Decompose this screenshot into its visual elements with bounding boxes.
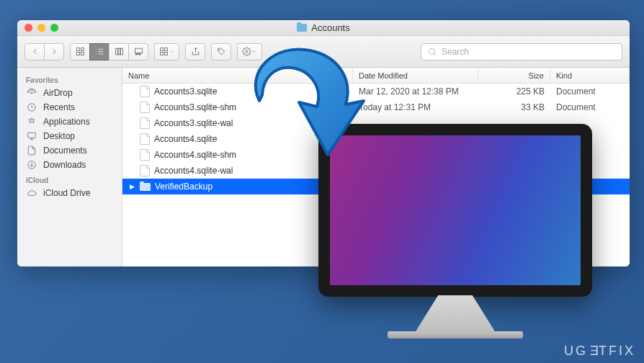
svg-rect-14	[135, 54, 137, 55]
svg-rect-3	[81, 53, 84, 55]
sidebar-item-label: Downloads	[43, 160, 86, 170]
file-icon	[140, 117, 150, 129]
search-input[interactable]: Search	[421, 43, 622, 60]
chevron-left-icon	[30, 47, 40, 56]
file-name: VerifiedBackup	[155, 182, 213, 192]
svg-point-23	[246, 50, 248, 53]
svg-rect-17	[161, 48, 164, 51]
sidebar-item-label: iCloud Drive	[43, 188, 90, 198]
forward-button[interactable]	[44, 43, 64, 60]
chevron-right-icon	[50, 47, 59, 56]
file-name: Accounts4.sqlite-shm	[154, 150, 236, 160]
column-size[interactable]: Size	[478, 68, 550, 83]
disclosure-triangle[interactable]: ▶	[128, 183, 135, 190]
sidebar-item-recents[interactable]: Recents	[17, 100, 122, 115]
file-name: Accounts4.sqlite	[154, 134, 217, 144]
file-name: Accounts3.sqlite	[154, 86, 217, 97]
chevron-down-icon	[169, 47, 174, 56]
watermark: UGETFIX	[564, 344, 635, 359]
share-button[interactable]	[185, 43, 205, 60]
file-name: Accounts3.sqlite-wal	[154, 118, 233, 128]
chevron-down-icon	[251, 47, 257, 56]
action-button[interactable]	[237, 43, 262, 60]
tags-button[interactable]	[211, 43, 231, 60]
list-icon	[95, 47, 104, 56]
svg-line-25	[434, 53, 437, 55]
minimize-button[interactable]	[37, 24, 45, 32]
file-icon	[140, 149, 150, 161]
view-buttons	[70, 43, 148, 60]
imac-screen	[318, 124, 592, 297]
share-icon	[191, 47, 200, 56]
view-icons-button[interactable]	[70, 43, 90, 60]
maximize-button[interactable]	[50, 24, 58, 32]
arrange-icon	[159, 47, 169, 56]
grid-icon	[76, 47, 85, 56]
cell-date: Mar 12, 2020 at 12:38 PM	[353, 86, 478, 97]
cell-name: Accounts3.sqlite	[122, 86, 353, 97]
toolbar: Search	[17, 36, 630, 68]
cell-date: Today at 12:31 PM	[353, 102, 478, 112]
tag-icon	[217, 47, 226, 56]
sidebar: Favorites AirDrop Recents Applications D…	[17, 68, 122, 266]
view-list-button[interactable]	[89, 43, 109, 60]
sidebar-heading-icloud: iCloud	[17, 172, 122, 186]
svg-rect-16	[139, 54, 140, 55]
sidebar-item-icloud-drive[interactable]: iCloud Drive	[17, 186, 122, 200]
svg-rect-18	[165, 48, 168, 51]
applications-icon	[26, 117, 37, 127]
sidebar-item-airdrop[interactable]: AirDrop	[17, 86, 122, 100]
view-columns-button[interactable]	[109, 43, 129, 60]
window-title-text: Accounts	[311, 22, 349, 33]
file-icon	[140, 165, 150, 176]
cell-kind: Document	[550, 86, 630, 97]
search-icon	[427, 47, 437, 57]
column-headers: Name Date Modified Size Kind	[122, 68, 630, 84]
titlebar: Accounts	[17, 20, 630, 36]
column-name[interactable]: Name	[122, 68, 353, 83]
nav-buttons	[24, 43, 64, 60]
svg-rect-0	[76, 48, 79, 51]
svg-rect-15	[137, 54, 138, 55]
search-placeholder: Search	[442, 47, 469, 57]
close-button[interactable]	[24, 24, 32, 32]
svg-rect-1	[81, 48, 84, 51]
svg-rect-11	[117, 48, 120, 55]
arrange-button[interactable]	[154, 43, 179, 60]
svg-rect-13	[135, 48, 142, 53]
desktop-icon	[26, 131, 37, 141]
airdrop-icon	[26, 88, 37, 98]
icloud-icon	[26, 188, 37, 198]
view-gallery-button[interactable]	[128, 43, 148, 60]
column-date[interactable]: Date Modified	[353, 68, 478, 83]
svg-rect-10	[115, 48, 117, 55]
svg-point-26	[31, 92, 32, 94]
gear-icon	[242, 47, 251, 56]
sidebar-item-applications[interactable]: Applications	[17, 115, 122, 129]
sidebar-item-label: Documents	[43, 145, 87, 156]
window-title: Accounts	[297, 22, 349, 33]
table-row[interactable]: Accounts3.sqlite-shmToday at 12:31 PM33 …	[122, 99, 630, 115]
sidebar-item-documents[interactable]: Documents	[17, 143, 122, 158]
documents-icon	[26, 145, 37, 156]
column-kind[interactable]: Kind	[550, 68, 630, 83]
folder-icon	[140, 183, 151, 191]
gallery-icon	[134, 47, 143, 56]
file-name: Accounts4.sqlite-wal	[154, 166, 233, 176]
recents-icon	[26, 102, 37, 112]
traffic-lights	[24, 24, 58, 32]
sidebar-item-label: Desktop	[43, 131, 75, 141]
cell-name: Accounts3.sqlite-shm	[122, 102, 353, 113]
folder-icon	[297, 24, 307, 32]
file-icon	[140, 86, 150, 97]
back-button[interactable]	[24, 43, 45, 60]
sidebar-item-desktop[interactable]: Desktop	[17, 129, 122, 143]
table-row[interactable]: Accounts3.sqliteMar 12, 2020 at 12:38 PM…	[122, 84, 630, 99]
sidebar-item-downloads[interactable]: Downloads	[17, 158, 122, 172]
svg-rect-2	[76, 53, 79, 55]
sidebar-heading-favorites: Favorites	[17, 72, 122, 86]
file-icon	[140, 102, 150, 113]
imac-display	[330, 135, 581, 285]
sidebar-item-label: Recents	[43, 102, 75, 112]
svg-rect-20	[165, 53, 168, 55]
